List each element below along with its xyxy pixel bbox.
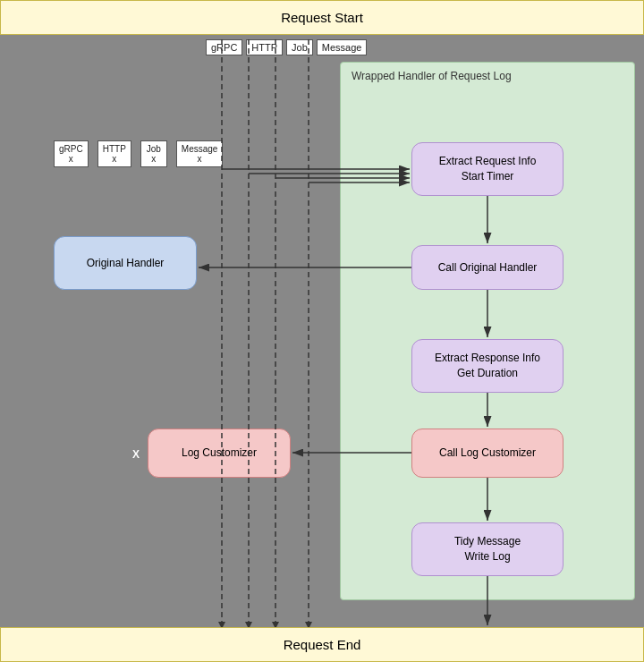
main-area: Wrapped Handler of Request Log gRPC HTTP… [0, 35, 644, 627]
node-original-handler: Original Handler [54, 236, 197, 290]
proto-job: Jobx [140, 140, 167, 167]
node-call-original: Call Original Handler [411, 245, 564, 290]
input-label-message: Message [317, 39, 368, 55]
node-log-customizer: Log Customizer [148, 429, 291, 478]
svg-marker-18 [245, 622, 252, 627]
node-extract-request: Extract Request Info Start Timer [411, 142, 564, 196]
diagram-container: Request Start Wrapped Handler of Request… [0, 0, 644, 662]
input-label-grpc: gRPC [206, 39, 242, 55]
svg-marker-20 [305, 622, 312, 627]
left-protos: gRPCx HTTPx Jobx Messagex [54, 140, 223, 167]
footer-title: Request End [284, 637, 361, 652]
node-extract-response: Extract Response Info Get Duration [411, 339, 564, 393]
proto-grpc: gRPCx [54, 140, 89, 167]
wrapped-handler-label: Wrapped Handler of Request Log [352, 70, 512, 82]
input-label-http: HTTP [246, 39, 283, 55]
input-labels: gRPC HTTP Job Message [206, 39, 367, 55]
node-tidy-message: Tidy Message Write Log [411, 522, 564, 576]
proto-http: HTTPx [97, 140, 131, 167]
header-title: Request Start [281, 10, 363, 25]
x-marker: X [132, 448, 140, 461]
header-bar: Request Start [0, 0, 644, 35]
proto-message: Messagex [176, 140, 224, 167]
input-label-job: Job [286, 39, 313, 55]
svg-marker-19 [272, 622, 279, 627]
node-call-log-customizer: Call Log Customizer [411, 429, 564, 478]
footer-bar: Request End [0, 627, 644, 662]
svg-marker-17 [218, 622, 225, 627]
